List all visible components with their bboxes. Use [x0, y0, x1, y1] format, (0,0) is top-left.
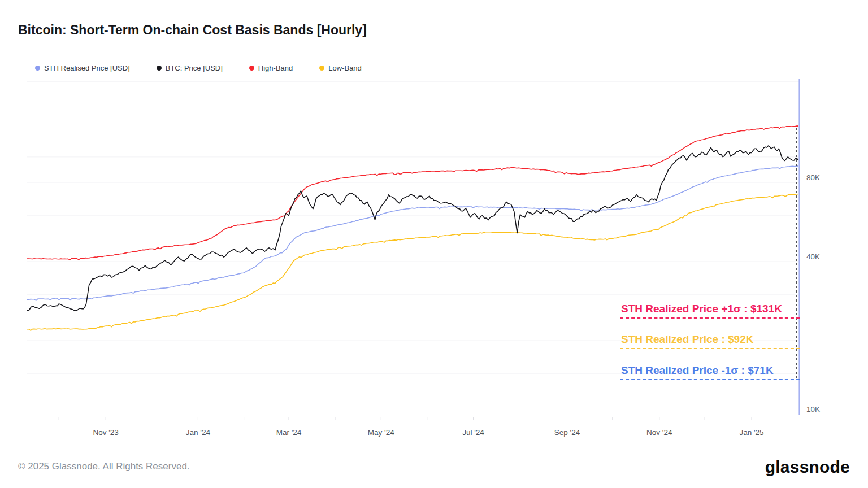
y-axis-label: 80K [806, 173, 820, 182]
x-axis-label: Jul '24 [462, 428, 484, 437]
x-axis-label: May '24 [368, 428, 394, 437]
x-axis-label: Sep '24 [554, 428, 580, 437]
annotation-sth-minus-1-sigma: STH Realized Price -1σ : $71K [620, 364, 800, 380]
annotation-sth-realized-price: STH Realized Price : $92K [620, 333, 800, 349]
copyright-text: © 2025 Glassnode. All Rights Reserved. [18, 461, 190, 472]
price-chart-canvas[interactable]: Nov '23Jan '24Mar '24May '24Jul '24Sep '… [0, 0, 868, 488]
sth-realised-price-line [27, 166, 798, 300]
x-axis-label: Nov '23 [93, 428, 119, 437]
annotation-sth-plus-1-sigma: STH Realized Price +1σ : $131K [620, 303, 800, 319]
x-axis-label: Jan '25 [739, 428, 763, 437]
y-axis-label: 10K [806, 405, 820, 413]
btc-price-line [27, 146, 798, 311]
glassnode-chart-page: Bitcoin: Short-Term On-chain Cost Basis … [0, 0, 868, 488]
high-band-line [27, 126, 798, 260]
x-axis-label: Jan '24 [186, 428, 211, 437]
glassnode-logo: glassnode [765, 457, 850, 477]
x-axis-label: Nov '24 [646, 428, 672, 437]
x-axis-label: Mar '24 [276, 428, 302, 437]
y-axis-label: 40K [806, 252, 820, 261]
